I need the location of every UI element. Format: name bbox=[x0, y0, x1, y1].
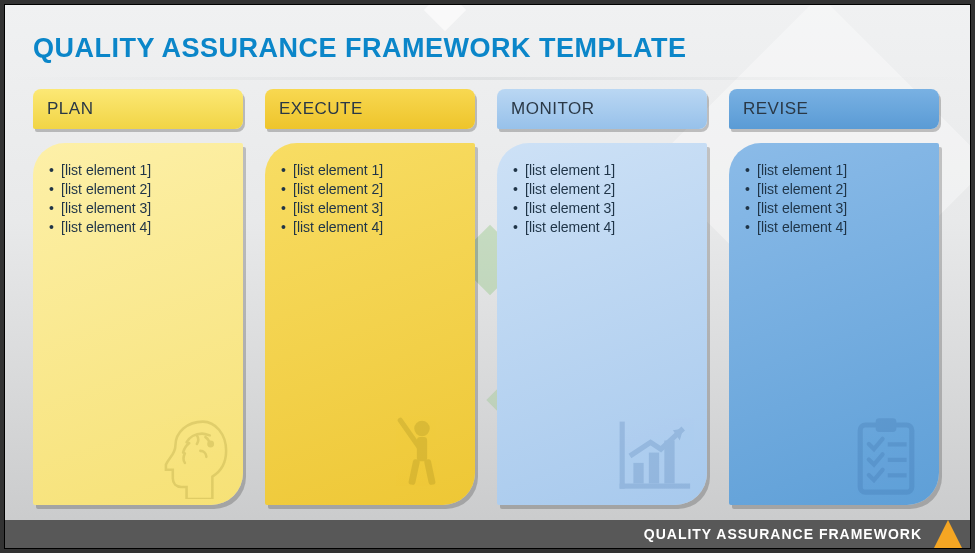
svg-rect-13 bbox=[888, 442, 907, 446]
column-plan: PLAN [list element 1] [list element 2] [… bbox=[33, 89, 243, 505]
column-execute: EXECUTE [list element 1] [list element 2… bbox=[265, 89, 475, 505]
list-item: [list element 3] bbox=[49, 199, 229, 218]
slide-frame: QUALITY ASSURANCE FRAMEWORK TEMPLATE PLA… bbox=[4, 4, 971, 549]
list-item: [list element 3] bbox=[745, 199, 925, 218]
column-monitor: MONITOR [list element 1] [list element 2… bbox=[497, 89, 707, 505]
batter-icon bbox=[379, 413, 465, 499]
brain-head-icon bbox=[147, 413, 233, 499]
chart-up-icon bbox=[611, 413, 697, 499]
divider bbox=[5, 77, 970, 80]
column-body-plan: [list element 1] [list element 2] [list … bbox=[33, 143, 243, 505]
column-header-monitor: MONITOR bbox=[497, 89, 707, 129]
svg-rect-8 bbox=[633, 463, 643, 484]
list-item: [list element 3] bbox=[281, 199, 461, 218]
svg-point-1 bbox=[414, 421, 429, 436]
page-title: QUALITY ASSURANCE FRAMEWORK TEMPLATE bbox=[33, 33, 687, 64]
svg-rect-15 bbox=[888, 473, 907, 477]
svg-rect-6 bbox=[620, 422, 625, 489]
column-body-monitor: [list element 1] [list element 2] [list … bbox=[497, 143, 707, 505]
list-item: [list element 1] bbox=[49, 161, 229, 180]
svg-point-0 bbox=[207, 441, 214, 448]
list-item: [list element 2] bbox=[745, 180, 925, 199]
list-item: [list element 4] bbox=[513, 218, 693, 237]
footer-text: QUALITY ASSURANCE FRAMEWORK bbox=[644, 526, 922, 542]
list-item: [list element 2] bbox=[513, 180, 693, 199]
list-item: [list element 2] bbox=[281, 180, 461, 199]
column-header-plan: PLAN bbox=[33, 89, 243, 129]
bg-shape bbox=[424, 4, 466, 31]
list-item: [list element 1] bbox=[513, 161, 693, 180]
list-item: [list element 4] bbox=[745, 218, 925, 237]
svg-rect-7 bbox=[620, 484, 691, 489]
list-item: [list element 2] bbox=[49, 180, 229, 199]
svg-rect-4 bbox=[424, 459, 436, 486]
column-body-revise: [list element 1] [list element 2] [list … bbox=[729, 143, 939, 505]
column-body-execute: [list element 1] [list element 2] [list … bbox=[265, 143, 475, 505]
svg-rect-12 bbox=[876, 418, 897, 432]
svg-rect-14 bbox=[888, 458, 907, 462]
list-item: [list element 1] bbox=[281, 161, 461, 180]
list-item: [list element 4] bbox=[281, 218, 461, 237]
column-header-execute: EXECUTE bbox=[265, 89, 475, 129]
svg-rect-3 bbox=[408, 459, 420, 486]
footer-accent-icon bbox=[934, 520, 962, 548]
column-header-revise: REVISE bbox=[729, 89, 939, 129]
column-group: PLAN [list element 1] [list element 2] [… bbox=[33, 89, 945, 505]
footer-bar: QUALITY ASSURANCE FRAMEWORK bbox=[5, 520, 970, 548]
clipboard-check-icon bbox=[843, 413, 929, 499]
svg-rect-9 bbox=[649, 453, 659, 484]
list-item: [list element 4] bbox=[49, 218, 229, 237]
list-item: [list element 1] bbox=[745, 161, 925, 180]
column-revise: REVISE [list element 1] [list element 2]… bbox=[729, 89, 939, 505]
list-item: [list element 3] bbox=[513, 199, 693, 218]
